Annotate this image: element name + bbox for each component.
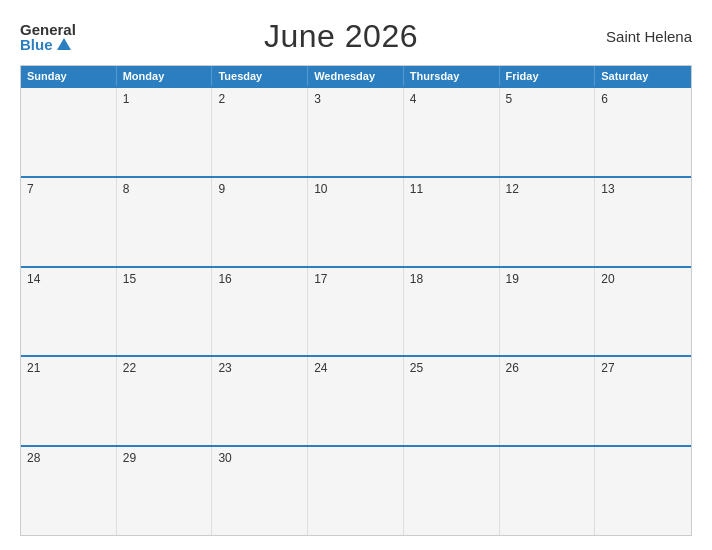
day-cell-w5-d2: 29: [117, 447, 213, 535]
day-cell-w1-d3: 2: [212, 88, 308, 176]
day-cell-w2-d6: 12: [500, 178, 596, 266]
day-cell-w3-d1: 14: [21, 268, 117, 356]
day-cell-w5-d1: 28: [21, 447, 117, 535]
day-cell-w5-d6: [500, 447, 596, 535]
day-cell-w3-d6: 19: [500, 268, 596, 356]
region-label: Saint Helena: [606, 28, 692, 45]
day-cell-w5-d3: 30: [212, 447, 308, 535]
day-number: 21: [27, 361, 110, 375]
header-tuesday: Tuesday: [212, 66, 308, 86]
day-cell-w2-d4: 10: [308, 178, 404, 266]
header-thursday: Thursday: [404, 66, 500, 86]
day-number: 29: [123, 451, 206, 465]
day-headers-row: Sunday Monday Tuesday Wednesday Thursday…: [21, 66, 691, 86]
day-cell-w2-d7: 13: [595, 178, 691, 266]
day-number: 27: [601, 361, 685, 375]
day-number: 13: [601, 182, 685, 196]
day-number: 23: [218, 361, 301, 375]
day-cell-w5-d5: [404, 447, 500, 535]
calendar-body: 1234567891011121314151617181920212223242…: [21, 86, 691, 535]
header-monday: Monday: [117, 66, 213, 86]
week-row-1: 123456: [21, 86, 691, 176]
logo-triangle-icon: [57, 38, 71, 50]
week-row-4: 21222324252627: [21, 355, 691, 445]
day-cell-w3-d3: 16: [212, 268, 308, 356]
header-wednesday: Wednesday: [308, 66, 404, 86]
page: General Blue June 2026 Saint Helena Sund…: [0, 0, 712, 550]
day-number: 12: [506, 182, 589, 196]
day-number: 24: [314, 361, 397, 375]
header-sunday: Sunday: [21, 66, 117, 86]
day-cell-w3-d2: 15: [117, 268, 213, 356]
day-number: 11: [410, 182, 493, 196]
day-cell-w1-d6: 5: [500, 88, 596, 176]
day-number: 28: [27, 451, 110, 465]
logo-blue-text: Blue: [20, 37, 71, 52]
day-number: 20: [601, 272, 685, 286]
day-cell-w2-d2: 8: [117, 178, 213, 266]
day-number: 10: [314, 182, 397, 196]
day-cell-w1-d2: 1: [117, 88, 213, 176]
day-number: 7: [27, 182, 110, 196]
day-cell-w5-d4: [308, 447, 404, 535]
header: General Blue June 2026 Saint Helena: [20, 18, 692, 55]
day-cell-w2-d3: 9: [212, 178, 308, 266]
day-cell-w3-d4: 17: [308, 268, 404, 356]
week-row-3: 14151617181920: [21, 266, 691, 356]
day-number: 5: [506, 92, 589, 106]
day-cell-w1-d1: [21, 88, 117, 176]
day-cell-w4-d2: 22: [117, 357, 213, 445]
day-cell-w5-d7: [595, 447, 691, 535]
day-number: 16: [218, 272, 301, 286]
day-number: 1: [123, 92, 206, 106]
day-number: 8: [123, 182, 206, 196]
day-number: 22: [123, 361, 206, 375]
day-cell-w4-d3: 23: [212, 357, 308, 445]
day-number: 17: [314, 272, 397, 286]
day-number: 6: [601, 92, 685, 106]
logo: General Blue: [20, 22, 76, 52]
header-saturday: Saturday: [595, 66, 691, 86]
day-cell-w4-d4: 24: [308, 357, 404, 445]
week-row-5: 282930: [21, 445, 691, 535]
day-cell-w1-d5: 4: [404, 88, 500, 176]
day-number: 14: [27, 272, 110, 286]
month-title: June 2026: [264, 18, 418, 55]
day-number: 4: [410, 92, 493, 106]
day-number: 19: [506, 272, 589, 286]
day-number: 2: [218, 92, 301, 106]
day-cell-w4-d5: 25: [404, 357, 500, 445]
calendar: Sunday Monday Tuesday Wednesday Thursday…: [20, 65, 692, 536]
day-number: 3: [314, 92, 397, 106]
day-cell-w4-d6: 26: [500, 357, 596, 445]
day-cell-w3-d5: 18: [404, 268, 500, 356]
day-number: 15: [123, 272, 206, 286]
day-cell-w4-d1: 21: [21, 357, 117, 445]
day-cell-w2-d5: 11: [404, 178, 500, 266]
header-friday: Friday: [500, 66, 596, 86]
week-row-2: 78910111213: [21, 176, 691, 266]
day-cell-w4-d7: 27: [595, 357, 691, 445]
day-number: 25: [410, 361, 493, 375]
day-cell-w1-d7: 6: [595, 88, 691, 176]
day-cell-w3-d7: 20: [595, 268, 691, 356]
day-cell-w1-d4: 3: [308, 88, 404, 176]
day-number: 26: [506, 361, 589, 375]
logo-general-text: General: [20, 22, 76, 37]
day-number: 9: [218, 182, 301, 196]
day-cell-w2-d1: 7: [21, 178, 117, 266]
day-number: 18: [410, 272, 493, 286]
day-number: 30: [218, 451, 301, 465]
